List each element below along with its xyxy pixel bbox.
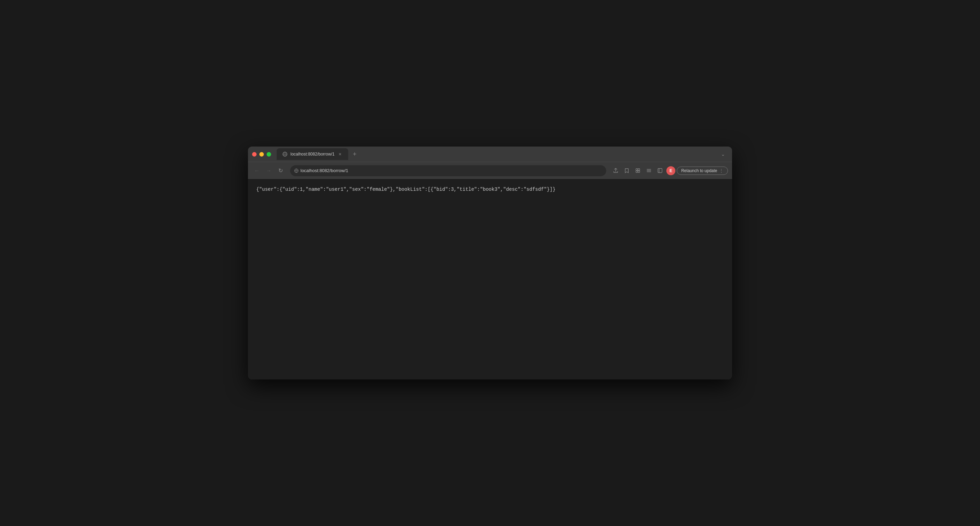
tab-close-button[interactable]: × [337, 151, 343, 157]
extensions-button[interactable] [633, 166, 643, 176]
title-bar-end: ⌄ [718, 149, 728, 159]
relaunch-button[interactable]: Relaunch to update ⋮ [677, 167, 728, 175]
tab-title: localhost:8082/borrow/1 [291, 152, 334, 157]
traffic-light-green[interactable] [267, 152, 271, 157]
new-tab-button[interactable]: + [350, 149, 359, 159]
tab-favicon-icon [282, 151, 288, 157]
json-response: {"user":{"uid":1,"name":"user1","sex":"f… [256, 186, 724, 193]
toolbar-actions: E Relaunch to update ⋮ [611, 166, 728, 176]
address-bar-lock-icon [294, 168, 298, 173]
relaunch-label: Relaunch to update [681, 168, 717, 173]
reload-button[interactable]: ↻ [275, 166, 285, 176]
title-bar: localhost:8082/borrow/1 × + ⌄ [248, 146, 732, 162]
active-tab[interactable]: localhost:8082/borrow/1 × [277, 148, 348, 160]
address-text: localhost:8082/borrow/1 [301, 168, 602, 173]
share-button[interactable] [611, 166, 621, 176]
address-bar[interactable]: localhost:8082/borrow/1 [290, 165, 606, 176]
dropdown-arrow-button[interactable]: ⌄ [718, 149, 728, 159]
forward-button[interactable]: → [264, 166, 274, 176]
page-content: {"user":{"uid":1,"name":"user1","sex":"f… [248, 179, 732, 380]
menu-button[interactable] [644, 166, 654, 176]
profile-avatar[interactable]: E [667, 166, 675, 175]
svg-rect-8 [636, 171, 638, 172]
traffic-light-yellow[interactable] [259, 152, 264, 157]
browser-window: localhost:8082/borrow/1 × + ⌄ ← → ↻ loca… [248, 146, 732, 380]
svg-rect-6 [636, 168, 638, 170]
tab-area: localhost:8082/borrow/1 × + [277, 148, 716, 160]
relaunch-more-icon: ⋮ [719, 168, 724, 173]
back-button[interactable]: ← [252, 166, 262, 176]
bookmark-button[interactable] [622, 166, 632, 176]
svg-rect-7 [638, 168, 640, 170]
sidebar-button[interactable] [655, 166, 665, 176]
svg-rect-13 [658, 168, 662, 173]
svg-rect-9 [638, 171, 640, 172]
toolbar: ← → ↻ localhost:8082/borrow/1 [248, 162, 732, 179]
traffic-light-red[interactable] [252, 152, 256, 157]
traffic-lights [252, 152, 271, 157]
